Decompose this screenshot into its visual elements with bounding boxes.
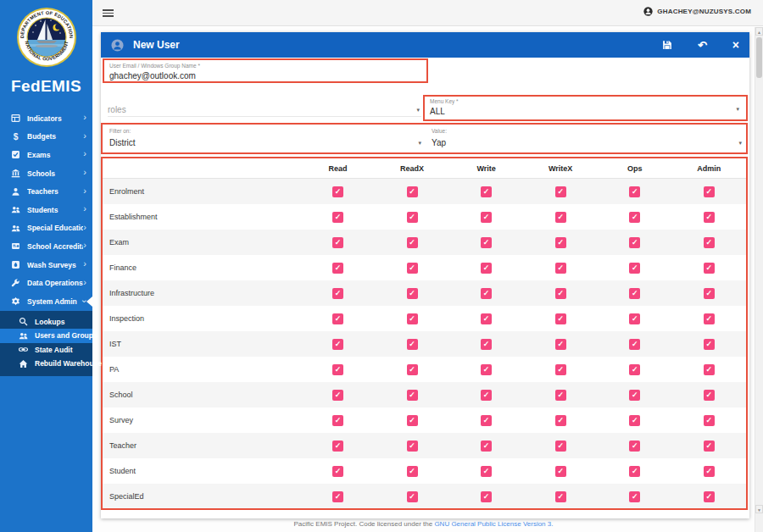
permission-checkbox-student-writex[interactable]: ✓ [555,466,566,477]
permission-checkbox-establishment-admin[interactable]: ✓ [704,212,715,223]
permission-checkbox-survey-ops[interactable]: ✓ [629,415,640,426]
permission-checkbox-student-readx[interactable]: ✓ [407,466,418,477]
sidebar-item-exams[interactable]: Exams› [0,146,92,164]
permission-checkbox-student-admin[interactable]: ✓ [704,466,715,477]
permission-checkbox-inspection-readx[interactable]: ✓ [407,313,418,324]
sidebar-item-schools[interactable]: Schools› [0,164,92,183]
permission-checkbox-infrastructure-writex[interactable]: ✓ [555,288,566,299]
permission-checkbox-school-write[interactable]: ✓ [481,390,492,401]
permission-checkbox-exam-write[interactable]: ✓ [481,237,492,248]
permission-checkbox-teacher-write[interactable]: ✓ [481,441,492,452]
permission-checkbox-teacher-writex[interactable]: ✓ [555,441,566,452]
permission-checkbox-survey-writex[interactable]: ✓ [555,415,566,426]
permission-checkbox-exam-admin[interactable]: ✓ [704,237,715,248]
account-menu[interactable]: GHACHEY@NUZUSYS.COM [643,7,751,16]
license-link[interactable]: GNU General Public License Version 3. [434,520,553,528]
permission-checkbox-pa-ops[interactable]: ✓ [629,364,640,375]
sidebar-item-students[interactable]: Students› [0,201,92,219]
menu-key-select[interactable]: Menu Key * ALL ▾ [423,95,748,121]
sidebar-item-wash-surveys[interactable]: Wash Surveys› [0,256,92,274]
sidebar-subitem-users-and-groups[interactable]: Users and Groups [0,329,92,343]
close-button[interactable]: × [732,39,739,51]
permission-checkbox-specialed-readx[interactable]: ✓ [407,491,418,502]
email-field[interactable]: User Email / Windows Group Name * ghache… [103,58,428,83]
sidebar-item-indicators[interactable]: Indicators› [0,109,92,128]
permission-checkbox-teacher-admin[interactable]: ✓ [704,441,715,452]
permission-checkbox-teacher-ops[interactable]: ✓ [629,441,640,452]
permission-checkbox-inspection-writex[interactable]: ✓ [555,313,566,324]
permission-checkbox-enrolment-admin[interactable]: ✓ [704,186,715,197]
vertical-scrollbar[interactable]: ▲ ▼ [755,27,763,532]
permission-checkbox-student-ops[interactable]: ✓ [629,466,640,477]
permission-checkbox-school-writex[interactable]: ✓ [555,390,566,401]
permission-checkbox-pa-writex[interactable]: ✓ [555,364,566,375]
email-field-value[interactable]: ghachey@outlook.com [109,71,426,80]
sidebar-subitem-lookups[interactable]: Lookups [0,315,92,330]
save-button[interactable] [662,40,672,50]
permission-checkbox-infrastructure-readx[interactable]: ✓ [407,288,418,299]
permission-checkbox-enrolment-readx[interactable]: ✓ [407,186,418,197]
sidebar-item-data-operations[interactable]: Data Operations› [0,274,92,292]
permission-checkbox-infrastructure-ops[interactable]: ✓ [629,288,640,299]
permission-checkbox-inspection-ops[interactable]: ✓ [629,313,640,324]
sidebar-item-school-accreditations[interactable]: School Accreditations› [0,237,92,256]
permission-checkbox-pa-readx[interactable]: ✓ [407,364,418,375]
permission-checkbox-pa-read[interactable]: ✓ [332,364,343,375]
permission-checkbox-student-read[interactable]: ✓ [332,466,343,477]
permission-checkbox-establishment-write[interactable]: ✓ [481,212,492,223]
permission-checkbox-infrastructure-admin[interactable]: ✓ [704,288,715,299]
permission-checkbox-specialed-admin[interactable]: ✓ [704,491,715,502]
permission-checkbox-exam-writex[interactable]: ✓ [555,237,566,248]
sidebar-item-budgets[interactable]: $Budgets› [0,128,92,147]
permission-checkbox-finance-write[interactable]: ✓ [481,263,492,274]
permission-checkbox-enrolment-write[interactable]: ✓ [481,186,492,197]
sidebar-subitem-state-audit[interactable]: State Audit [0,343,92,357]
permission-checkbox-establishment-writex[interactable]: ✓ [555,212,566,223]
permission-checkbox-finance-admin[interactable]: ✓ [704,263,715,274]
permission-checkbox-ist-read[interactable]: ✓ [332,339,343,350]
permission-checkbox-ist-admin[interactable]: ✓ [704,339,715,350]
permission-checkbox-school-readx[interactable]: ✓ [407,390,418,401]
sidebar-subitem-rebuild-warehouse[interactable]: Rebuild Warehouse [0,357,92,371]
filter-value-select[interactable]: Value: Yap ▾ [432,125,744,152]
permission-checkbox-finance-read[interactable]: ✓ [332,263,343,274]
permission-checkbox-finance-ops[interactable]: ✓ [629,263,640,274]
filter-on-select[interactable]: Filter on: District ▾ [109,125,423,152]
permission-checkbox-establishment-readx[interactable]: ✓ [407,212,418,223]
permission-checkbox-finance-readx[interactable]: ✓ [407,263,418,274]
scroll-up-arrow-icon[interactable]: ▲ [755,27,763,36]
sidebar-item-special-education[interactable]: Special Education› [0,219,92,238]
permission-checkbox-infrastructure-read[interactable]: ✓ [332,288,343,299]
permission-checkbox-survey-readx[interactable]: ✓ [407,415,418,426]
permission-checkbox-infrastructure-write[interactable]: ✓ [481,288,492,299]
permission-checkbox-student-write[interactable]: ✓ [481,466,492,477]
permission-checkbox-enrolment-ops[interactable]: ✓ [629,186,640,197]
permission-checkbox-ist-readx[interactable]: ✓ [407,339,418,350]
permission-checkbox-school-admin[interactable]: ✓ [704,390,715,401]
permission-checkbox-specialed-write[interactable]: ✓ [481,491,492,502]
permission-checkbox-inspection-admin[interactable]: ✓ [704,313,715,324]
permission-checkbox-establishment-ops[interactable]: ✓ [629,212,640,223]
permission-checkbox-teacher-readx[interactable]: ✓ [407,441,418,452]
permission-checkbox-survey-read[interactable]: ✓ [332,415,343,426]
permission-checkbox-enrolment-writex[interactable]: ✓ [555,186,566,197]
permission-checkbox-school-ops[interactable]: ✓ [629,390,640,401]
hamburger-menu-icon[interactable] [103,9,114,17]
permission-checkbox-enrolment-read[interactable]: ✓ [332,186,343,197]
permission-checkbox-ist-writex[interactable]: ✓ [555,339,566,350]
permission-checkbox-exam-ops[interactable]: ✓ [629,237,640,248]
scroll-down-arrow-icon[interactable]: ▼ [755,505,763,513]
permission-checkbox-survey-admin[interactable]: ✓ [704,415,715,426]
permission-checkbox-specialed-ops[interactable]: ✓ [629,491,640,502]
scrollbar-thumb[interactable] [756,37,762,78]
permission-checkbox-pa-admin[interactable]: ✓ [704,364,715,375]
permission-checkbox-establishment-read[interactable]: ✓ [332,212,343,223]
permission-checkbox-inspection-write[interactable]: ✓ [481,313,492,324]
undo-button[interactable]: ↶ [698,40,707,51]
permission-checkbox-survey-write[interactable]: ✓ [481,415,492,426]
permission-checkbox-exam-read[interactable]: ✓ [332,237,343,248]
permission-checkbox-finance-writex[interactable]: ✓ [555,263,566,274]
permission-checkbox-specialed-read[interactable]: ✓ [332,491,343,502]
permission-checkbox-ist-write[interactable]: ✓ [481,339,492,350]
roles-select[interactable]: roles ▾ [108,95,421,120]
